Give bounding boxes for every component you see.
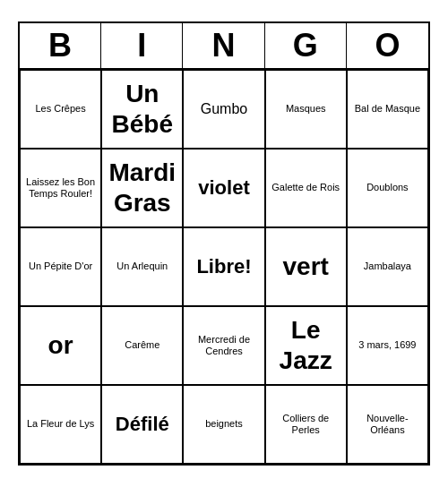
cell-r2-c1: Un Arlequin [101,227,183,306]
cell-r1-c4: Doublons [347,149,428,227]
cell-r3-c4: 3 mars, 1699 [347,306,428,385]
bingo-header: BINGO [20,23,428,70]
cell-r4-c4: Nouvelle-Orléans [347,385,428,464]
bingo-card: BINGO Les CrêpesUn BébéGumboMasquesBal d… [18,21,430,466]
cell-r4-c1: Défilé [101,385,183,464]
cell-r3-c2: Mercredi de Cendres [183,306,264,385]
cell-r4-c0: La Fleur de Lys [20,385,101,464]
cell-r0-c0: Les Crêpes [20,70,101,149]
cell-r0-c3: Masques [265,70,347,149]
cell-r2-c0: Un Pépite D'or [20,227,101,306]
cell-r1-c2: violet [183,149,264,227]
cell-r2-c2: Libre! [183,227,264,306]
cell-r3-c1: Carême [101,306,183,385]
cell-r2-c4: Jambalaya [347,227,428,306]
bingo-grid: Les CrêpesUn BébéGumboMasquesBal de Masq… [20,70,428,464]
header-letter: G [265,23,347,68]
header-letter: N [183,23,264,68]
cell-r0-c1: Un Bébé [101,70,183,149]
cell-r1-c0: Laissez les Bon Temps Rouler! [20,149,101,227]
cell-r0-c4: Bal de Masque [347,70,428,149]
header-letter: O [347,23,428,68]
cell-r1-c3: Galette de Rois [265,149,347,227]
header-letter: B [20,23,101,68]
cell-r4-c2: beignets [183,385,264,464]
cell-r0-c2: Gumbo [183,70,264,149]
cell-r3-c3: Le Jazz [265,306,347,385]
header-letter: I [101,23,183,68]
cell-r1-c1: Mardi Gras [101,149,183,227]
cell-r4-c3: Colliers de Perles [265,385,347,464]
cell-r2-c3: vert [265,227,347,306]
cell-r3-c0: or [20,306,101,385]
